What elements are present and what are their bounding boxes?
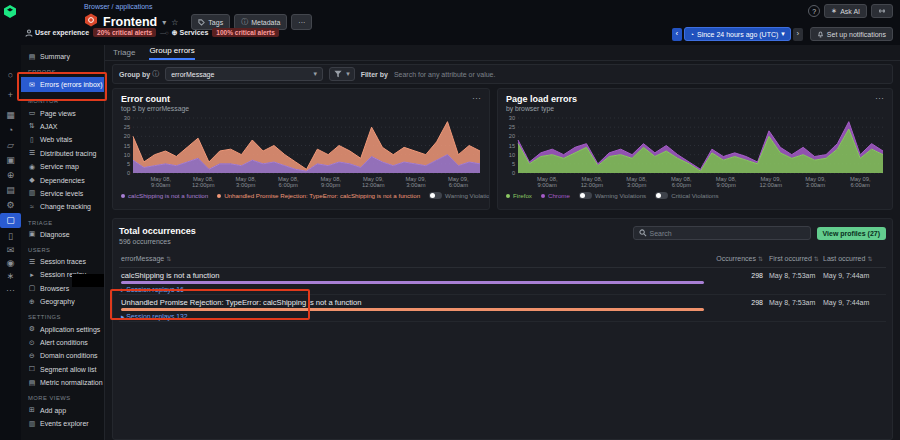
sidebar-item-service-levels[interactable]: ▥Service levels: [21, 187, 104, 200]
new-relic-logo-icon[interactable]: [3, 4, 17, 22]
services-label: ⊕ Services: [172, 29, 209, 37]
column-header-first-occurred[interactable]: First occurred⇅: [769, 255, 819, 262]
sidebar-item-errors-errors-inbox-[interactable]: ✉Errors (errors inbox): [21, 77, 104, 92]
sidebar-item-events-explorer[interactable]: ▥Events explorer: [21, 417, 104, 430]
ai-icon[interactable]: ∗: [0, 269, 21, 283]
sidebar-section-header: MONITOR: [21, 92, 104, 106]
add-icon[interactable]: +: [0, 88, 21, 102]
title-more-button[interactable]: ···: [291, 14, 312, 30]
sidebar-item-geography[interactable]: ⊕Geography: [21, 295, 104, 308]
inbox-icon[interactable]: ✉: [0, 243, 21, 257]
sidebar-item-distributed-tracing[interactable]: ☰Distributed tracing: [21, 147, 104, 160]
sidebar-item-diagnose[interactable]: ▣Diagnose: [21, 228, 104, 241]
sidebar-item-domain-conditions[interactable]: ⊖Domain conditions: [21, 349, 104, 362]
x-axis-label: May 08,6:00pm: [671, 176, 692, 188]
legend-item[interactable]: Unhandled Promise Rejection: TypeError: …: [217, 192, 420, 199]
sidebar-item-ajax[interactable]: ⇅AJAX: [21, 120, 104, 133]
page-header: Browser / applications Frontend ▾ ☆ Tags…: [21, 0, 900, 45]
legend-item[interactable]: Firefox: [506, 192, 532, 199]
toggle-switch-icon[interactable]: [579, 192, 592, 199]
sidebar-item-dependencies[interactable]: ◆Dependencies: [21, 173, 104, 186]
dashboards-icon[interactable]: ▱: [0, 138, 21, 152]
legend-item[interactable]: Chrome: [541, 192, 570, 199]
setup-notifications-button[interactable]: Set up notifications: [810, 27, 893, 41]
column-header-last-occurred[interactable]: Last occurred⇅: [823, 255, 872, 262]
search-icon[interactable]: ○: [0, 68, 21, 82]
gear-icon[interactable]: ⚙: [0, 198, 21, 212]
session-replays-link[interactable]: ▸ Session replays 16: [121, 286, 184, 294]
overview-icon[interactable]: ▦: [0, 108, 21, 122]
column-header-occurrences[interactable]: Occurrences⇅: [679, 255, 763, 262]
sidebar-item-label: Distributed tracing: [40, 150, 96, 157]
column-header-error-message[interactable]: errorMessage⇅: [121, 255, 171, 262]
table-search-input[interactable]: Search: [633, 226, 811, 240]
sidebar-item-service-map[interactable]: ◉Service map: [21, 160, 104, 173]
view-profiles-button[interactable]: View profiles (27): [817, 227, 886, 240]
sidebar-item-icon: ⇅: [28, 122, 36, 130]
table-row[interactable]: calcShipping is not a function▸ Session …: [119, 268, 886, 295]
link-button[interactable]: [871, 4, 893, 18]
mobile-icon[interactable]: ▯: [0, 229, 21, 243]
time-next-button[interactable]: ›: [793, 28, 803, 41]
sidebar-item-icon: ▭: [28, 109, 36, 117]
entities-icon[interactable]: ▣: [0, 153, 21, 167]
sidebar-item-label: Domain conditions: [40, 352, 98, 359]
sidebar-item-summary[interactable]: ▤Summary: [21, 50, 104, 63]
browser-icon[interactable]: ▢: [0, 213, 21, 228]
legend-item[interactable]: calcShipping is not a function: [121, 192, 208, 199]
breadcrumb[interactable]: Browser / applications: [84, 3, 152, 10]
services-critical-badge[interactable]: 100% critical alerts: [212, 28, 279, 37]
time-prev-button[interactable]: ‹: [672, 28, 682, 41]
toggle-switch-icon[interactable]: [429, 192, 442, 199]
legend-label: Warning Violations: [595, 192, 646, 199]
more-icon[interactable]: ···: [0, 283, 21, 297]
sidebar-item-change-tracking[interactable]: ≈Change tracking: [21, 200, 104, 213]
sidebar-item-icon: ◉: [28, 163, 36, 171]
occurrence-bar: [121, 308, 704, 311]
title-caret-icon[interactable]: ▾: [162, 18, 166, 27]
docs-icon[interactable]: ▤: [0, 183, 21, 197]
tab-triage[interactable]: Triage: [113, 48, 135, 60]
svg-text:20: 20: [124, 133, 130, 139]
table-row[interactable]: Unhandled Promise Rejection: TypeError: …: [119, 295, 886, 322]
sidebar-item-add-app[interactable]: ⊞Add app: [21, 403, 104, 416]
chart-plot: 051015202530: [117, 115, 483, 175]
recents-icon[interactable]: ◔: [0, 123, 21, 137]
svg-text:5: 5: [127, 161, 130, 167]
sidebar-section-header: USERS: [21, 241, 104, 255]
legend-toggle-item[interactable]: Warning Violations: [429, 192, 489, 199]
filter-funnel-button[interactable]: ▾: [329, 67, 355, 81]
sidebar-item-icon: ◆: [28, 176, 36, 184]
filter-search-input[interactable]: Search for any attribute or value.: [394, 71, 886, 78]
legend-label: Unhandled Promise Rejection: TypeError: …: [224, 192, 420, 199]
user-experience-critical-badge[interactable]: 20% critical alerts: [93, 28, 156, 37]
sidebar-item-page-views[interactable]: ▭Page views: [21, 106, 104, 119]
group-by-select[interactable]: errorMessage ▾: [165, 67, 323, 81]
ask-ai-button[interactable]: ∗Ask AI: [824, 4, 867, 18]
legend-toggle-item[interactable]: Warning Violations: [579, 192, 646, 199]
tab-group-errors[interactable]: Group errors: [149, 46, 194, 60]
globe-icon[interactable]: ⊕: [0, 168, 21, 182]
sidebar-section-header: MORE VIEWS: [21, 389, 104, 403]
x-axis-label: May 08,3:00pm: [626, 176, 647, 188]
favorite-star-icon[interactable]: ☆: [171, 18, 178, 27]
legend-label: Firefox: [513, 192, 532, 199]
session-replays-link[interactable]: ▸ Session replays 132: [121, 313, 188, 321]
help-button[interactable]: ?: [808, 5, 820, 17]
sidebar-item-web-vitals[interactable]: ▯Web vitals: [21, 133, 104, 146]
chart-more-button[interactable]: ···: [875, 93, 884, 103]
chart-more-button[interactable]: ···: [472, 93, 481, 103]
sidebar-item-alert-conditions[interactable]: ⊙Alert conditions: [21, 336, 104, 349]
legend-toggle-item[interactable]: Critical Violations: [655, 192, 718, 199]
sidebar-item-label: Metric normalization: [40, 379, 103, 386]
sidebar-item-icon: ⚙: [28, 325, 36, 333]
time-picker[interactable]: ◔ Since 24 hours ago (UTC) ▾: [684, 27, 791, 41]
sidebar-item-session-traces[interactable]: ☰Session traces: [21, 255, 104, 268]
sidebar-item-label: Service map: [40, 163, 79, 170]
sidebar-item-metric-normalization[interactable]: ▤Metric normalization: [21, 376, 104, 389]
toggle-switch-icon[interactable]: [655, 192, 668, 199]
sidebar-item-icon: ☰: [28, 258, 36, 266]
sidebar-item-application-settings[interactable]: ⚙Application settings: [21, 322, 104, 335]
sidebar-item-segment-allow-list[interactable]: ☐Segment allow list: [21, 363, 104, 376]
shield-icon[interactable]: ◉: [0, 256, 21, 270]
